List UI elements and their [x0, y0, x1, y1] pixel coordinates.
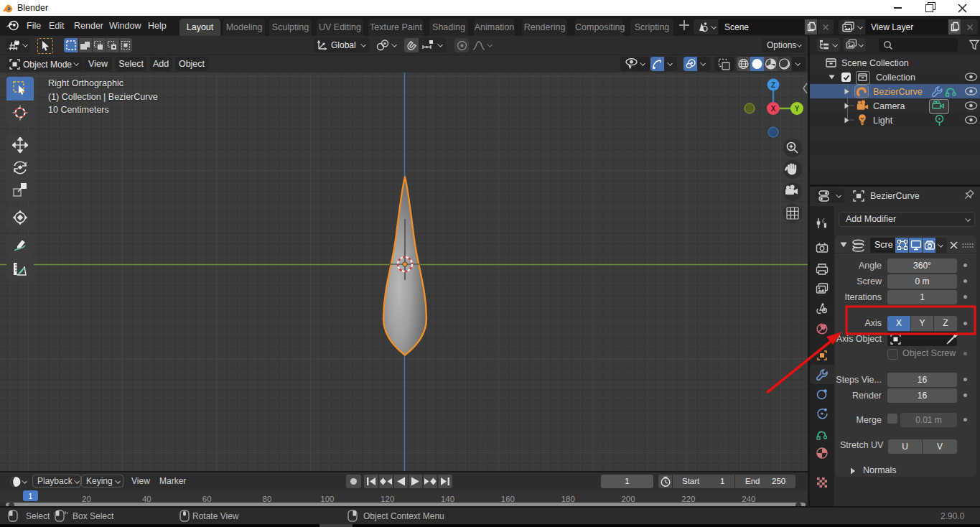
svg-text:Z: Z [771, 81, 775, 89]
svg-text:X: X [771, 105, 776, 113]
svg-text:Y: Y [795, 105, 800, 113]
